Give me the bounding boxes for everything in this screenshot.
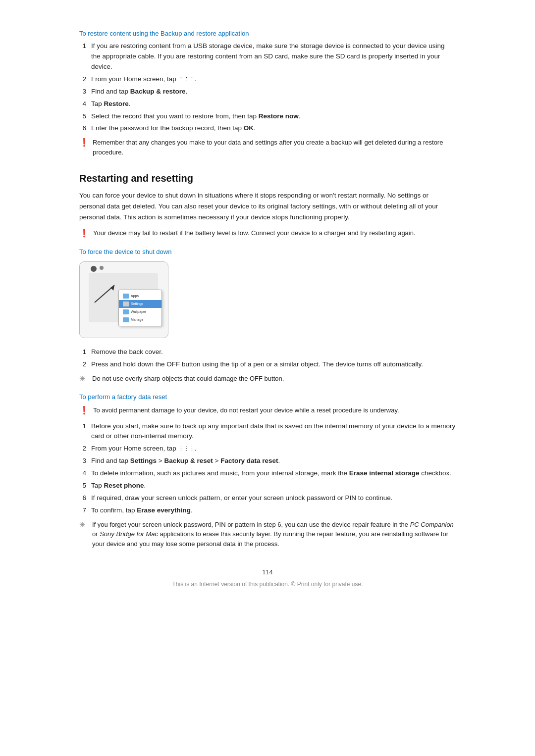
factory-reset-steps-list: 1 Before you start, make sure to back up… [79,421,456,516]
factory-step-7: 7 To confirm, tap Erase everything. [79,505,456,516]
factory-step-4: 4 To delete information, such as picture… [79,468,456,479]
page-number: 114 [79,568,456,576]
restarting-heading: Restarting and resetting [79,173,456,184]
svg-marker-1 [110,285,114,291]
shutdown-tip: ✳ Do not use overly sharp objects that c… [79,374,456,384]
action-arrow [90,278,119,307]
factory-step-2: 2 From your Home screen, tap ⋮⋮⋮. [79,444,456,454]
restarting-section: Restarting and resetting You can force y… [79,173,456,549]
restore-step-3: 3 Find and tap Backup & restore. [79,87,456,97]
menu-item-3: Wallpaper [119,308,161,316]
menu-item-4: Manage [119,316,161,324]
menu-item-1: Apps [119,292,161,300]
restore-step-5: 5 Select the record that you want to res… [79,111,456,122]
restore-section: To restore content using the Backup and … [79,30,456,157]
factory-reset-tip: ✳ If you forget your screen unlock passw… [79,520,456,549]
device-illustration: Apps Settings Wallpaper Manage [79,261,168,338]
restore-step-6: 6 Enter the password for the backup reco… [79,123,456,134]
exclaim-icon-3: ❗ [79,405,89,415]
page: To restore content using the Backup and … [0,0,535,756]
factory-step-1: 1 Before you start, make sure to back up… [79,421,456,442]
shutdown-step-2: 2 Press and hold down the OFF button usi… [79,359,456,370]
restarting-intro: You can force your device to shut down i… [79,190,456,222]
factory-step-6: 6 If required, draw your screen unlock p… [79,493,456,504]
device-menu-overlay: Apps Settings Wallpaper Manage [118,290,162,326]
menu-item-2: Settings [119,300,161,308]
device-button [100,266,104,270]
restarting-warning: ❗ Your device may fail to restart if the… [79,228,456,238]
device-camera [91,266,97,272]
restore-steps-list: 1 If you are restoring content from a US… [79,41,456,134]
shutdown-steps-list: 1 Remove the back cover. 2 Press and hol… [79,347,456,370]
exclaim-icon-2: ❗ [79,228,89,238]
factory-step-3: 3 Find and tap Settings > Backup & reset… [79,456,456,466]
restore-heading: To restore content using the Backup and … [79,30,456,37]
shutdown-step-1: 1 Remove the back cover. [79,347,456,357]
factory-reset-heading: To perform a factory data reset [79,393,456,401]
restore-step-4: 4 Tap Restore. [79,99,456,109]
factory-reset-subsection: To perform a factory data reset ❗ To avo… [79,393,456,549]
restore-note: ❗ Remember that any changes you make to … [79,138,456,157]
footer-text: This is an Internet version of this publ… [79,581,456,588]
device-screen: Apps Settings Wallpaper Manage [89,273,158,322]
shutdown-subsection: To force the device to shut down Apps S [79,248,456,383]
factory-step-5: 5 Tap Reset phone. [79,481,456,491]
exclaim-icon: ❗ [79,138,89,147]
shutdown-heading: To force the device to shut down [79,248,456,255]
restore-step-1: 1 If you are restoring content from a US… [79,41,456,72]
restore-step-2: 2 From your Home screen, tap ⋮⋮⋮. [79,74,456,85]
tip-icon-2: ✳ [79,520,88,529]
factory-reset-warning: ❗ To avoid permanent damage to your devi… [79,405,456,415]
tip-icon-1: ✳ [79,374,88,383]
